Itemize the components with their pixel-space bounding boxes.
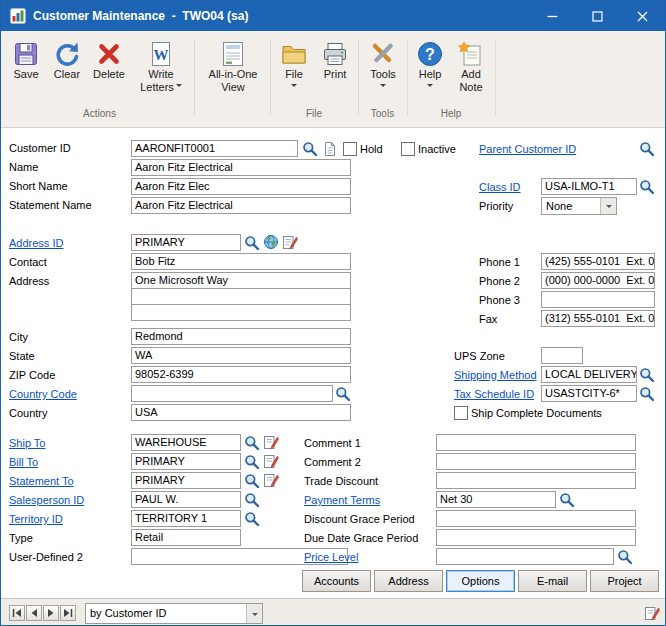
class-id-link[interactable]: Class ID [479, 181, 521, 194]
last-record-button[interactable] [60, 605, 76, 621]
clear-button[interactable]: Clear [47, 35, 87, 81]
chevron-down-icon [246, 604, 262, 623]
inactive-checkbox[interactable] [401, 142, 415, 156]
ship-complete-checkbox[interactable] [454, 406, 468, 420]
accounts-button[interactable]: Accounts [302, 570, 371, 592]
address-line3-field[interactable] [131, 304, 351, 321]
options-button[interactable]: Options [446, 570, 515, 592]
print-button[interactable]: Print [314, 35, 356, 81]
tax-schedule-id-lookup-icon[interactable] [639, 386, 655, 402]
address-line2-field[interactable] [131, 288, 351, 305]
ship-to-lookup-icon[interactable] [244, 435, 260, 451]
tools-button[interactable]: Tools [361, 35, 405, 90]
price-level-link[interactable]: Price Level [304, 551, 358, 564]
ship-to-link[interactable]: Ship To [9, 437, 46, 450]
address-button[interactable]: Address [374, 570, 443, 592]
shipping-method-link[interactable]: Shipping Method [454, 369, 537, 382]
bill-to-link[interactable]: Bill To [9, 456, 38, 469]
territory-id-link[interactable]: Territory ID [9, 513, 63, 526]
country-code-link[interactable]: Country Code [9, 388, 77, 401]
close-button[interactable] [620, 1, 665, 31]
name-field[interactable]: Aaron Fitz Electrical [131, 159, 351, 176]
project-button[interactable]: Project [590, 570, 659, 592]
address-id-field[interactable]: PRIMARY [131, 234, 241, 251]
shipping-method-field[interactable]: LOCAL DELIVERY [541, 366, 637, 383]
priority-select[interactable]: None [541, 197, 617, 215]
ups-zone-field[interactable] [541, 347, 583, 364]
phone1-field[interactable]: (425) 555-0101 Ext. 0000 [541, 253, 655, 270]
bill-to-lookup-icon[interactable] [244, 454, 260, 470]
maximize-button[interactable] [575, 1, 620, 31]
save-button[interactable]: Save [5, 35, 47, 81]
territory-id-lookup-icon[interactable] [244, 511, 260, 527]
ribbon-group-help: Help [407, 108, 495, 119]
previous-record-button[interactable] [26, 605, 42, 621]
payment-terms-link[interactable]: Payment Terms [304, 494, 380, 507]
ship-to-field[interactable]: WAREHOUSE [131, 434, 241, 451]
address-id-link[interactable]: Address ID [9, 237, 63, 250]
type-field[interactable]: Retail [131, 529, 241, 546]
shipping-method-lookup-icon[interactable] [639, 367, 655, 383]
letter-writing-icon[interactable] [263, 472, 279, 488]
all-in-one-view-button[interactable]: All-in-One View [198, 35, 268, 94]
contact-field[interactable]: Bob Fitz [131, 253, 351, 270]
short-name-field[interactable]: Aaron Fitz Elec [131, 178, 351, 195]
bill-to-field[interactable]: PRIMARY [131, 453, 241, 470]
ribbon-group-tools: Tools [358, 108, 407, 119]
letter-writing-icon[interactable] [263, 453, 279, 469]
country-field[interactable]: USA [131, 404, 351, 421]
price-level-lookup-icon[interactable] [617, 549, 633, 565]
letter-writing-icon[interactable] [263, 434, 279, 450]
salesperson-id-field[interactable]: PAUL W. [131, 491, 241, 508]
email-button[interactable]: E-mail [518, 570, 587, 592]
state-field[interactable]: WA [131, 347, 351, 364]
hold-checkbox[interactable] [343, 142, 357, 156]
customer-id-lookup-icon[interactable] [302, 141, 318, 157]
help-button[interactable]: ? Help [410, 35, 450, 90]
parent-customer-id-link[interactable]: Parent Customer ID [479, 143, 576, 156]
price-level-field[interactable] [436, 548, 614, 565]
statement-to-link[interactable]: Statement To [9, 475, 74, 488]
country-code-lookup-icon[interactable] [335, 386, 351, 402]
parent-customer-id-lookup-icon[interactable] [639, 141, 655, 157]
add-note-button[interactable]: Add Note [450, 35, 492, 94]
customer-id-field[interactable]: AARONFIT0001 [131, 140, 298, 157]
payment-terms-field[interactable]: Net 30 [436, 491, 556, 508]
next-record-button[interactable] [43, 605, 59, 621]
comment1-label: Comment 1 [304, 437, 361, 450]
address-id-lookup-icon[interactable] [244, 235, 260, 251]
write-letters-button[interactable]: W Write Letters [131, 35, 191, 94]
tax-schedule-id-field[interactable]: USASTCITY-6* [541, 385, 637, 402]
delete-button[interactable]: Delete [87, 35, 131, 81]
minimize-button[interactable] [530, 1, 575, 31]
letter-writing-icon[interactable] [282, 234, 298, 250]
customer-note-icon[interactable] [322, 141, 338, 157]
due-date-grace-field[interactable] [436, 529, 636, 546]
tax-schedule-id-link[interactable]: Tax Schedule ID [454, 388, 534, 401]
territory-id-field[interactable]: TERRITORY 1 [131, 510, 241, 527]
class-id-field[interactable]: USA-ILMO-T1 [541, 178, 637, 195]
comment1-field[interactable] [436, 434, 636, 451]
statement-to-field[interactable]: PRIMARY [131, 472, 241, 489]
address-line1-field[interactable]: One Microsoft Way [131, 272, 351, 289]
statement-name-field[interactable]: Aaron Fitz Electrical [131, 197, 351, 214]
salesperson-id-lookup-icon[interactable] [244, 492, 260, 508]
first-record-button[interactable] [9, 605, 25, 621]
trade-discount-field[interactable] [436, 472, 636, 489]
country-code-field[interactable] [131, 385, 333, 402]
discount-grace-field[interactable] [436, 510, 636, 527]
note-icon[interactable] [644, 605, 660, 621]
phone2-field[interactable]: (000) 000-0000 Ext. 0000 [541, 272, 655, 289]
payment-terms-lookup-icon[interactable] [559, 492, 575, 508]
phone3-field[interactable] [541, 291, 655, 308]
file-button[interactable]: File [274, 35, 314, 90]
zip-code-field[interactable]: 98052-6399 [131, 366, 351, 383]
statement-to-lookup-icon[interactable] [244, 473, 260, 489]
fax-field[interactable]: (312) 555-0101 Ext. 0000 [541, 310, 655, 327]
sort-by-select[interactable]: by Customer ID [85, 603, 263, 624]
class-id-lookup-icon[interactable] [639, 179, 655, 195]
comment2-field[interactable] [436, 453, 636, 470]
globe-icon[interactable] [263, 234, 279, 250]
city-field[interactable]: Redmond [131, 328, 351, 345]
salesperson-id-link[interactable]: Salesperson ID [9, 494, 84, 507]
